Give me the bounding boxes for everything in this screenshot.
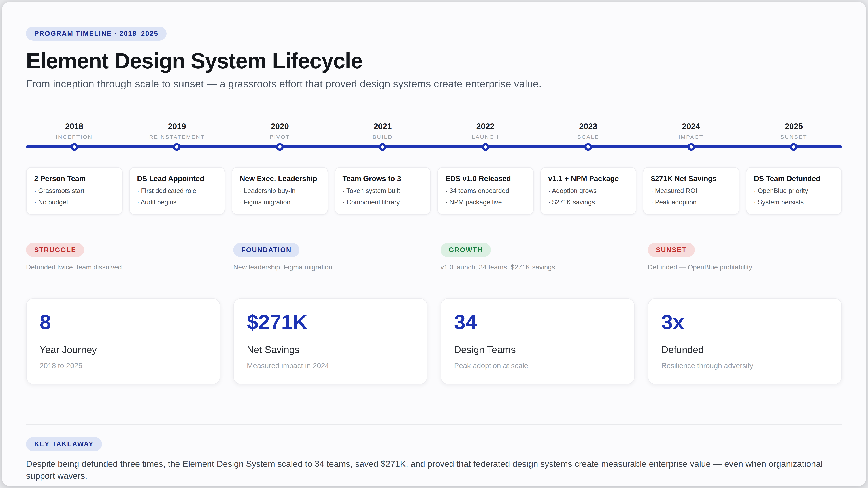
- phase-badge: SUNSET: [648, 243, 695, 257]
- stat-value: 8: [40, 312, 207, 332]
- year-phase-label: IMPACT: [643, 134, 739, 140]
- year-label: 2018: [26, 121, 122, 131]
- key-takeaway-text: Despite being defunded three times, the …: [26, 458, 842, 482]
- year-label: 2019: [129, 121, 225, 131]
- stat-value: 34: [454, 312, 621, 332]
- milestone-card-2018: 2 Person Team · Grassroots start · No bu…: [26, 167, 122, 215]
- phase-description: Defunded twice, team dissolved: [26, 263, 220, 271]
- stat-label: Net Savings: [247, 344, 414, 356]
- phase-sunset: SUNSET Defunded — OpenBlue profitability: [648, 243, 842, 271]
- timeline-node-icon: [482, 143, 489, 151]
- milestone-bullet: · Token system built: [343, 187, 423, 195]
- year-phase-label: BUILD: [335, 134, 431, 140]
- milestone-bullet: · Adoption grows: [548, 187, 628, 195]
- milestone-cards: 2 Person Team · Grassroots start · No bu…: [26, 167, 842, 215]
- milestone-card-2022: EDS v1.0 Released · 34 teams onboarded ·…: [437, 167, 534, 215]
- milestone-title: $271K Net Savings: [651, 174, 731, 184]
- key-takeaway-badge: KEY TAKEAWAY: [26, 437, 102, 451]
- timeline-year-2020: 2020 PIVOT: [231, 121, 328, 140]
- milestone-card-2025: DS Team Defunded · OpenBlue priority · S…: [746, 167, 842, 215]
- milestone-card-2023: v1.1 + NPM Package · Adoption grows · $2…: [540, 167, 637, 215]
- year-phase-label: SUNSET: [746, 134, 842, 140]
- milestone-title: New Exec. Leadership: [240, 174, 320, 184]
- milestone-title: 2 Person Team: [34, 174, 114, 184]
- slide-panel: PROGRAM TIMELINE · 2018–2025 Element Des…: [2, 2, 866, 486]
- milestone-bullet: · No budget: [34, 198, 114, 207]
- milestone-bullet: · Leadership buy-in: [240, 187, 320, 195]
- milestone-bullet: · 34 teams onboarded: [445, 187, 526, 195]
- year-phase-label: INCEPTION: [26, 134, 122, 140]
- timeline-node-icon: [70, 143, 78, 151]
- stage: PROGRAM TIMELINE · 2018–2025 Element Des…: [0, 0, 868, 488]
- timeline-year-2018: 2018 INCEPTION: [26, 121, 122, 140]
- timeline-year-2019: 2019 REINSTATEMENT: [129, 121, 225, 140]
- phase-badge: FOUNDATION: [233, 243, 300, 257]
- timeline-years: 2018 INCEPTION 2019 REINSTATEMENT 2020 P…: [26, 121, 842, 140]
- year-label: 2020: [231, 121, 328, 131]
- phase-foundation: FOUNDATION New leadership, Figma migrati…: [233, 243, 428, 271]
- divider: [26, 424, 842, 424]
- year-label: 2024: [643, 121, 739, 131]
- stat-value: 3x: [661, 312, 828, 332]
- milestone-bullet: · OpenBlue priority: [754, 187, 834, 195]
- year-phase-label: LAUNCH: [437, 134, 534, 140]
- stat-card-years: 8 Year Journey 2018 to 2025: [26, 298, 220, 384]
- milestone-bullet: · Peak adoption: [651, 198, 731, 207]
- milestone-title: DS Team Defunded: [754, 174, 834, 184]
- phase-badge: GROWTH: [440, 243, 491, 257]
- milestone-card-2021: Team Grows to 3 · Token system built · C…: [335, 167, 431, 215]
- milestone-bullet: · First dedicated role: [137, 187, 217, 195]
- timeline-node-icon: [379, 143, 386, 151]
- year-label: 2021: [335, 121, 431, 131]
- content: PROGRAM TIMELINE · 2018–2025 Element Des…: [2, 2, 866, 482]
- timeline-year-2024: 2024 IMPACT: [643, 121, 739, 140]
- timeline-node-icon: [585, 143, 592, 151]
- timeline-track: [26, 143, 842, 151]
- timeline-year-2023: 2023 SCALE: [540, 121, 637, 140]
- stat-card-defunded: 3x Defunded Resilience through adversity: [648, 298, 842, 384]
- timeline-year-2021: 2021 BUILD: [335, 121, 431, 140]
- page-subtitle: From inception through scale to sunset —…: [26, 77, 842, 91]
- milestone-title: v1.1 + NPM Package: [548, 174, 628, 184]
- phase-struggle: STRUGGLE Defunded twice, team dissolved: [26, 243, 220, 271]
- stat-label: Design Teams: [454, 344, 621, 356]
- timeline-nodes: [26, 143, 842, 151]
- milestone-card-2020: New Exec. Leadership · Leadership buy-in…: [231, 167, 328, 215]
- milestone-bullet: · Measured ROI: [651, 187, 731, 195]
- year-label: 2025: [746, 121, 842, 131]
- milestone-bullet: · Figma migration: [240, 198, 320, 207]
- stat-card-teams: 34 Design Teams Peak adoption at scale: [440, 298, 635, 384]
- stat-sublabel: 2018 to 2025: [40, 362, 207, 371]
- timeline-node-icon: [276, 143, 283, 151]
- stat-sublabel: Resilience through adversity: [661, 362, 828, 371]
- phase-summary-row: STRUGGLE Defunded twice, team dissolved …: [26, 243, 842, 271]
- program-timeline-badge: PROGRAM TIMELINE · 2018–2025: [26, 27, 166, 41]
- timeline-year-2025: 2025 SUNSET: [746, 121, 842, 140]
- stat-label: Defunded: [661, 344, 828, 356]
- phase-badge: STRUGGLE: [26, 243, 84, 257]
- year-phase-label: SCALE: [540, 134, 637, 140]
- milestone-bullet: · NPM package live: [445, 198, 526, 207]
- year-label: 2022: [437, 121, 534, 131]
- milestone-title: DS Lead Appointed: [137, 174, 217, 184]
- stat-label: Year Journey: [40, 344, 207, 356]
- phase-description: New leadership, Figma migration: [233, 263, 428, 271]
- stat-cards: 8 Year Journey 2018 to 2025 $271K Net Sa…: [26, 298, 842, 384]
- phase-growth: GROWTH v1.0 launch, 34 teams, $271K savi…: [440, 243, 635, 271]
- timeline-node-icon: [173, 143, 181, 151]
- milestone-bullet: · Audit begins: [137, 198, 217, 207]
- year-phase-label: REINSTATEMENT: [129, 134, 225, 140]
- milestone-bullet: · Component library: [343, 198, 423, 207]
- milestone-bullet: · System persists: [754, 198, 834, 207]
- milestone-title: Team Grows to 3: [343, 174, 423, 184]
- milestone-title: EDS v1.0 Released: [445, 174, 526, 184]
- milestone-card-2024: $271K Net Savings · Measured ROI · Peak …: [643, 167, 739, 215]
- stat-sublabel: Peak adoption at scale: [454, 362, 621, 371]
- stat-value: $271K: [247, 312, 414, 332]
- timeline-node-icon: [687, 143, 695, 151]
- phase-description: Defunded — OpenBlue profitability: [648, 263, 842, 271]
- phase-description: v1.0 launch, 34 teams, $271K savings: [440, 263, 635, 271]
- timeline-node-icon: [790, 143, 798, 151]
- stat-card-savings: $271K Net Savings Measured impact in 202…: [233, 298, 428, 384]
- milestone-card-2019: DS Lead Appointed · First dedicated role…: [129, 167, 225, 215]
